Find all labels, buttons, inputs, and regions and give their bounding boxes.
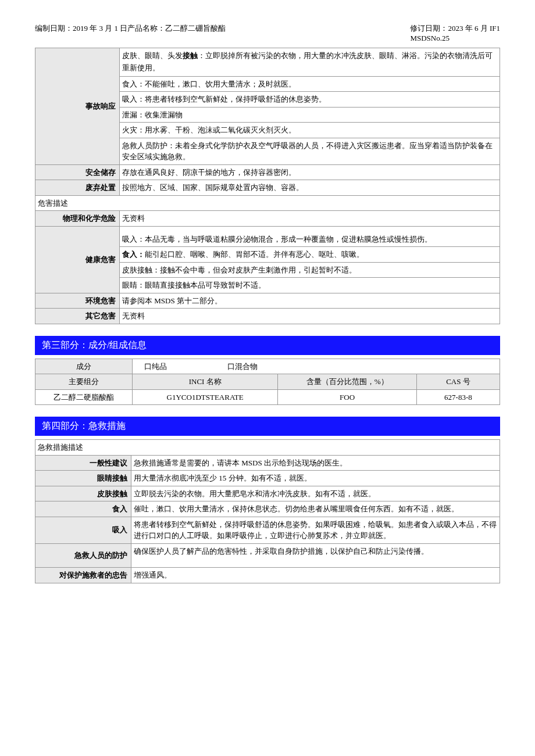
rescuer-advice-label: 对保护施救者的忠告 xyxy=(35,568,131,583)
table-row: 急救措施描述 xyxy=(35,440,500,456)
composition-table: 成分 口纯品 口混合物 主要组分 INCI 名称 含量（百分比范围，%） CAS… xyxy=(35,359,500,406)
cas-number: 627-83-8 xyxy=(416,389,500,405)
accident-spill: 泄漏：收集泄漏物 xyxy=(120,107,500,123)
header-left: 编制日期：2019 年 3 月 1 日产品名称：乙二醇二硼旨酸酯 xyxy=(35,23,410,43)
table-row: 健康危害 吸入：本品无毒，当与呼吸道粘膜分泌物混合，形成一种覆盖物，促进粘膜急性… xyxy=(35,226,500,247)
table-row: 食入 催吐，漱口、饮用大量清水，保持休息状态。切勿给患者从嘴里喂食任何东西。如有… xyxy=(35,501,500,517)
table-row: 废弃处置 按照地方、区域、国家、国际规章处置内容物、容器。 xyxy=(35,180,500,196)
health-skin: 皮肤接触：接触不会中毒，但会对皮肤产生刺激作用，引起暂时不适。 xyxy=(120,262,500,278)
table-row: 皮肤接触 立即脱去污染的衣物。用大量肥皂水和清水冲洗皮肤。如有不适，就医。 xyxy=(35,486,500,501)
col-main-component: 主要组分 xyxy=(35,374,133,390)
table-header-row: 主要组分 INCI 名称 含量（百分比范围，%） CAS 号 xyxy=(35,374,500,390)
col-inci-name: INCI 名称 xyxy=(132,374,277,390)
table-row: 其它危害 无资料 xyxy=(35,309,500,324)
table-row: 急救人员的防护 确保医护人员了解产品的危害特性，并采取自身防护措施，以保护自己和… xyxy=(35,543,500,568)
hazard-description-header: 危害描述 xyxy=(35,195,500,211)
accident-inhalation: 吸入：将患者转移到空气新鲜处，保持呼吸舒适的休息姿势。 xyxy=(120,92,500,108)
col-content: 含量（百分比范围，%） xyxy=(278,374,417,390)
revision-date: 修订日期：2023 年 6 月 IF1 xyxy=(410,23,500,34)
inhalation-label: 吸入 xyxy=(35,517,131,543)
general-advice-label: 一般性建议 xyxy=(35,455,131,471)
eye-contact-value: 用大量清水彻底冲洗至少 15 分钟。如有不适，就医。 xyxy=(131,471,500,486)
table-row: 安全储存 存放在通风良好、阴凉干燥的地方，保持容器密闭。 xyxy=(35,164,500,180)
phys-chem-value: 无资料 xyxy=(120,211,500,227)
table-row: 环境危害 请参阅本 MSDS 第十二部分。 xyxy=(35,293,500,309)
rescuer-protection-value: 确保医护人员了解产品的危害特性，并采取自身防护措施，以保护自己和防止污染传播。 xyxy=(131,543,500,568)
storage-label: 安全储存 xyxy=(35,164,120,180)
table-row: 眼睛接触 用大量清水彻底冲洗至少 15 分钟。如有不适，就医。 xyxy=(35,471,500,486)
accident-fire: 火灾：用水雾、干粉、泡沫或二氧化碳灭火剂灭火。 xyxy=(120,123,500,138)
table-row: 一般性建议 急救措施通常是需要的，请讲本 MSDS 出示给到达现场的医生。 xyxy=(35,455,500,471)
table-row: 危害描述 xyxy=(35,195,500,211)
disposal-value: 按照地方、区域、国家、国际规章处置内容物、容器。 xyxy=(120,180,500,196)
table-row: 乙二醇二硬脂酸酯 G1YCO1DTSTEARATE FOO 627-83-8 xyxy=(35,389,500,405)
table-row: 对保护施救者的忠告 增强通风。 xyxy=(35,568,500,583)
health-inhalation: 吸入：本品无毒，当与呼吸道粘膜分泌物混合，形成一种覆盖物，促进粘膜急性或慢性损伤… xyxy=(120,226,500,247)
accident-rescue-protection: 急救人员防护：未着全身式化学防护衣及空气呼吸器的人员，不得进入灾区搬运患者。应当… xyxy=(120,138,500,164)
component-name: 乙二醇二硬脂酸酯 xyxy=(35,389,133,405)
other-hazard-value: 无资料 xyxy=(120,309,500,324)
other-hazard-label: 其它危害 xyxy=(35,309,120,324)
storage-value: 存放在通风良好、阴凉干燥的地方，保持容器密闭。 xyxy=(120,164,500,180)
inhalation-value: 将患者转移到空气新鲜处，保持呼吸舒适的休息姿势。如果呼吸困难，给吸氧。如患者食入… xyxy=(131,517,500,543)
phys-chem-label: 物理和化学危险 xyxy=(35,211,120,227)
document-header: 编制日期：2019 年 3 月 1 日产品名称：乙二醇二硼旨酸酯 修订日期：20… xyxy=(35,23,500,43)
skin-contact-value: 立即脱去污染的衣物。用大量肥皂水和清水冲洗皮肤。如有不适，就医。 xyxy=(131,486,500,501)
table-row: 事故响应 皮肤、眼睛、头发接触：立即脱掉所有被污染的衣物，用大量的水冲洗皮肤、眼… xyxy=(35,48,500,77)
eye-contact-label: 眼睛接触 xyxy=(35,471,131,486)
header-right: 修订日期：2023 年 6 月 IF1 MSDSNo.25 xyxy=(410,23,500,43)
content-percent: FOO xyxy=(278,389,417,405)
table-row: 物理和化学危险 无资料 xyxy=(35,211,500,227)
table-row: 成分 口纯品 口混合物 xyxy=(35,359,500,374)
rescuer-protection-label: 急救人员的防护 xyxy=(35,543,131,568)
section-3-title: 第三部分：成分/组成信息 xyxy=(35,336,500,355)
inci-name: G1YCO1DTSTEARATE xyxy=(132,389,277,405)
col-cas-number: CAS 号 xyxy=(416,374,500,390)
accident-ingestion: 食入：不能催吐，漱口、饮用大量清水；及时就医。 xyxy=(120,76,500,92)
health-hazard-label: 健康危害 xyxy=(35,226,120,293)
rescuer-advice-value: 增强通风。 xyxy=(131,568,500,583)
section-4-title: 第四部分：急救措施 xyxy=(35,417,500,436)
ingestion-label: 食入 xyxy=(35,501,131,517)
env-hazard-label: 环境危害 xyxy=(35,293,120,309)
health-eyes: 眼睛：眼睛直接接触本品可导致暂时不适。 xyxy=(120,278,500,293)
ingestion-value: 催吐，漱口、饮用大量清水，保持休息状态。切勿给患者从嘴里喂食任何东西。如有不适，… xyxy=(131,501,500,517)
accident-response-label: 事故响应 xyxy=(35,48,120,165)
first-aid-desc-header: 急救措施描述 xyxy=(35,440,500,456)
table-row: 吸入 将患者转移到空气新鲜处，保持呼吸舒适的休息姿势。如果呼吸困难，给吸氧。如患… xyxy=(35,517,500,543)
env-hazard-value: 请参阅本 MSDS 第十二部分。 xyxy=(120,293,500,309)
health-ingestion: 食入：能引起口腔、咽喉、胸部、胃部不适。并伴有恶心、呕吐、咳嗽。 xyxy=(120,247,500,263)
msds-number: MSDSNo.25 xyxy=(410,34,500,43)
first-aid-table: 急救措施描述 一般性建议 急救措施通常是需要的，请讲本 MSDS 出示给到达现场… xyxy=(35,439,500,583)
general-advice-value: 急救措施通常是需要的，请讲本 MSDS 出示给到达现场的医生。 xyxy=(131,455,500,471)
accident-skin-contact: 皮肤、眼睛、头发接触：立即脱掉所有被污染的衣物，用大量的水冲洗皮肤、眼睛、淋浴。… xyxy=(120,48,500,77)
skin-contact-label: 皮肤接触 xyxy=(35,486,131,501)
hazard-table: 事故响应 皮肤、眼睛、头发接触：立即脱掉所有被污染的衣物，用大量的水冲洗皮肤、眼… xyxy=(35,48,500,324)
disposal-label: 废弃处置 xyxy=(35,180,120,196)
composition-type: 口纯品 口混合物 xyxy=(132,359,500,374)
composition-label: 成分 xyxy=(35,359,133,374)
